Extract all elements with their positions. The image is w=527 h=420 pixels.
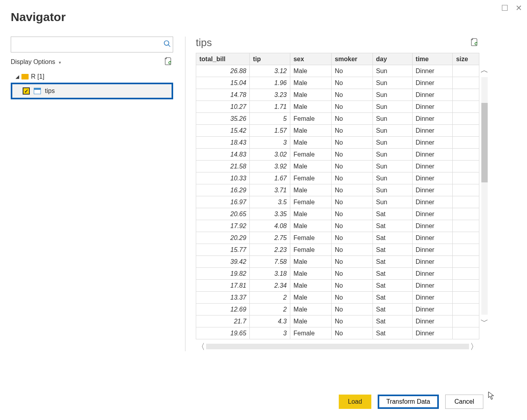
table-row[interactable]: 16.293.71MaleNoSunDinner: [196, 184, 479, 196]
refresh-icon[interactable]: [164, 56, 173, 68]
hscroll-track[interactable]: [206, 344, 469, 349]
table-row[interactable]: 21.74.3MaleNoSatDinner: [196, 315, 479, 327]
table-row[interactable]: 16.973.5FemaleNoSunDinner: [196, 196, 479, 208]
cancel-button[interactable]: Cancel: [445, 395, 483, 409]
table-cell: Male: [290, 65, 331, 77]
table-row[interactable]: 20.292.75FemaleNoSatDinner: [196, 232, 479, 244]
table-cell: Sun: [373, 89, 412, 101]
table-cell: 3.92: [250, 161, 290, 172]
table-cell: 21.7: [196, 315, 250, 327]
table-cell: [453, 208, 479, 220]
table-cell: No: [331, 89, 373, 101]
table-row[interactable]: 17.812.34MaleNoSatDinner: [196, 280, 479, 292]
table-row[interactable]: 15.772.23FemaleNoSatDinner: [196, 244, 479, 256]
table-row[interactable]: 12.692MaleNoSatDinner: [196, 304, 479, 315]
transform-data-button[interactable]: Transform Data: [378, 395, 439, 409]
preview-pane: tips total_billtipsexsmokerdaytimesize 2…: [185, 37, 527, 351]
table-cell: Sun: [373, 137, 412, 149]
table-cell: 35.26: [196, 113, 250, 125]
table-cell: Dinner: [412, 292, 453, 304]
maximize-icon[interactable]: ☐: [501, 3, 508, 13]
table-cell: Sat: [373, 220, 412, 232]
tree-child-tips[interactable]: ✓ tips: [11, 83, 173, 99]
column-header[interactable]: day: [373, 53, 412, 65]
table-row[interactable]: 39.427.58MaleNoSatDinner: [196, 256, 479, 268]
svg-point-0: [164, 41, 169, 45]
table-row[interactable]: 15.041.96MaleNoSunDinner: [196, 77, 479, 89]
scroll-down-arrow-icon[interactable]: ﹀: [481, 316, 488, 327]
table-cell: Male: [290, 304, 331, 315]
table-cell: 39.42: [196, 256, 250, 268]
column-header[interactable]: sex: [290, 53, 331, 65]
table-cell: Dinner: [412, 77, 453, 89]
column-header[interactable]: size: [453, 53, 479, 65]
table-cell: 3.5: [250, 196, 290, 208]
table-cell: Dinner: [412, 172, 453, 184]
table-cell: 20.65: [196, 208, 250, 220]
table-row[interactable]: 10.271.71MaleNoSunDinner: [196, 101, 479, 113]
table-cell: Female: [290, 244, 331, 256]
search-input-wrap[interactable]: [11, 37, 173, 52]
table-cell: No: [331, 65, 373, 77]
vertical-scrollbar[interactable]: ︿ ﹀: [481, 65, 488, 327]
scroll-right-arrow-icon[interactable]: 〉: [469, 341, 479, 352]
scroll-track[interactable]: [481, 77, 488, 315]
column-header[interactable]: tip: [250, 53, 290, 65]
table-row[interactable]: 26.883.12MaleNoSunDinner: [196, 65, 479, 77]
table-cell: [453, 220, 479, 232]
table-row[interactable]: 19.823.18MaleNoSatDinner: [196, 268, 479, 280]
scroll-up-arrow-icon[interactable]: ︿: [481, 65, 488, 75]
table-cell: [453, 196, 479, 208]
table-cell: 10.33: [196, 172, 250, 184]
table-cell: No: [331, 149, 373, 161]
table-row[interactable]: 19.653FemaleNoSatDinner: [196, 327, 479, 339]
table-cell: Sat: [373, 327, 412, 339]
table-cell: Male: [290, 268, 331, 280]
table-cell: 2.23: [250, 244, 290, 256]
table-cell: 15.77: [196, 244, 250, 256]
table-cell: Male: [290, 208, 331, 220]
scroll-thumb[interactable]: [481, 103, 488, 182]
display-options-dropdown[interactable]: Display Options ▾: [11, 58, 61, 66]
table-icon: [34, 88, 41, 94]
table-cell: Dinner: [412, 65, 453, 77]
table-row[interactable]: 14.833.02FemaleNoSunDinner: [196, 149, 479, 161]
table-row[interactable]: 35.265FemaleNoSunDinner: [196, 113, 479, 125]
horizontal-scrollbar[interactable]: 〈 〉: [196, 342, 479, 351]
column-header[interactable]: time: [412, 53, 453, 65]
table-row[interactable]: 10.331.67FemaleNoSunDinner: [196, 172, 479, 184]
table-cell: Male: [290, 161, 331, 172]
table-row[interactable]: 13.372MaleNoSatDinner: [196, 292, 479, 304]
table-row[interactable]: 21.583.92MaleNoSunDinner: [196, 161, 479, 172]
scroll-left-arrow-icon[interactable]: 〈: [196, 341, 206, 352]
table-cell: No: [331, 256, 373, 268]
table-row[interactable]: 17.924.08MaleNoSatDinner: [196, 220, 479, 232]
table-cell: Male: [290, 77, 331, 89]
table-cell: Dinner: [412, 125, 453, 137]
preview-title: tips: [196, 37, 212, 49]
table-cell: 26.88: [196, 65, 250, 77]
load-button[interactable]: Load: [339, 395, 371, 409]
table-cell: 17.81: [196, 280, 250, 292]
footer-buttons: Load Transform Data Cancel: [339, 395, 483, 409]
column-header[interactable]: total_bill: [196, 53, 250, 65]
search-input[interactable]: [11, 39, 162, 50]
expand-triangle-icon[interactable]: ◢: [15, 74, 19, 79]
preview-refresh-icon[interactable]: [470, 37, 479, 48]
table-row[interactable]: 14.783.23MaleNoSunDinner: [196, 89, 479, 101]
close-icon[interactable]: ✕: [515, 3, 522, 13]
tree-root-label: R [1]: [31, 73, 44, 80]
table-cell: 4.3: [250, 315, 290, 327]
table-row[interactable]: 20.653.35MaleNoSatDinner: [196, 208, 479, 220]
table-row[interactable]: 15.421.57MaleNoSunDinner: [196, 125, 479, 137]
column-header[interactable]: smoker: [331, 53, 373, 65]
tree-root-node[interactable]: ◢ R [1]: [11, 73, 173, 80]
table-cell: [453, 65, 479, 77]
table-cell: 18.43: [196, 137, 250, 149]
table-row[interactable]: 18.433MaleNoSunDinner: [196, 137, 479, 149]
table-cell: Male: [290, 184, 331, 196]
table-cell: Male: [290, 89, 331, 101]
search-icon[interactable]: [162, 40, 173, 50]
checkbox-icon[interactable]: ✓: [23, 87, 30, 95]
table-cell: Dinner: [412, 101, 453, 113]
